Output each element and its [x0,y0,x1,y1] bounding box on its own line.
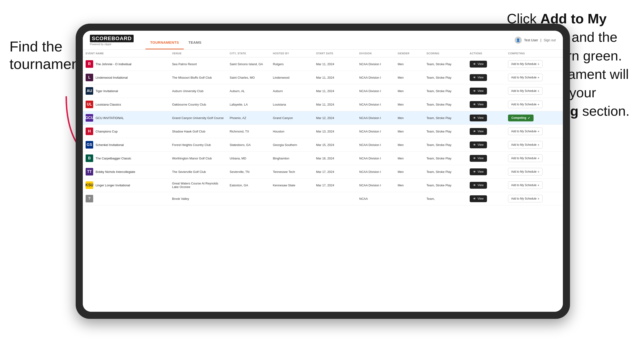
competing-cell: Add to My Schedule + [505,71,563,84]
scoring-cell: Team, Stroke Play [424,84,467,98]
view-button[interactable]: 👁 View [470,101,487,108]
hosted-cell: Kennesaw State [270,178,313,192]
nav-tab-teams[interactable]: TEAMS [184,40,206,49]
plus-icon: + [538,129,540,133]
eye-icon: 👁 [473,62,476,66]
view-button[interactable]: 👁 View [470,61,487,68]
view-button[interactable]: 👁 View [470,128,487,135]
division-cell: NCAA Division I [356,98,395,111]
view-button[interactable]: 👁 View [470,195,487,202]
view-label: View [478,143,484,147]
actions-cell: 👁 View [467,125,505,138]
actions-cell: 👁 View [467,138,505,152]
plus-icon: + [538,76,540,79]
team-logo: B [86,155,93,162]
competing-cell: Add to My Schedule + [505,57,563,71]
venue-cell: Brook Valley [169,192,227,205]
event-name-cell: ? [83,192,169,205]
tournaments-table-container: EVENT NAME VENUE CITY, STATE HOSTED BY S… [83,50,563,312]
venue-cell: Forest Heights Country Club [169,138,227,152]
add-to-schedule-button[interactable]: Add to My Schedule + [508,128,542,135]
main-nav: TOURNAMENTS TEAMS [146,31,206,49]
view-button[interactable]: 👁 View [470,182,487,189]
date-cell: Mar 11, 2024 [313,57,356,71]
venue-cell: Grand Canyon University Golf Course [169,111,227,125]
event-name: Bobby Nichols Intercollegiate [96,170,135,173]
add-to-schedule-button[interactable]: Add to My Schedule + [508,87,542,95]
plus-icon: + [538,62,540,66]
table-row: GCU GCU INVITATIONAL Grand Canyon Univer… [83,111,563,125]
team-logo: AU [86,87,93,95]
gender-cell: Men [395,152,424,165]
add-schedule-label: Add to My Schedule [511,197,536,200]
sign-out-link[interactable]: Sign out [544,38,556,42]
team-logo: R [86,60,93,68]
eye-icon: 👁 [473,103,476,106]
hosted-cell: Lindenwood [270,71,313,84]
add-schedule-label: Add to My Schedule [511,62,536,66]
event-name-cell: H Champions Cup [83,125,169,138]
view-label: View [478,130,484,133]
col-header-division: DIVISION [356,50,395,57]
gender-cell: Men [395,98,424,111]
venue-cell: Sea Palms Resort [169,57,227,71]
hosted-cell: Louisiana [270,98,313,111]
team-logo: TT [86,168,93,175]
view-button[interactable]: 👁 View [470,74,487,81]
view-button[interactable]: 👁 View [470,169,487,175]
nav-tab-tournaments[interactable]: TOURNAMENTS [146,40,184,49]
city-cell: Richmond, TX [227,125,270,138]
add-to-schedule-button[interactable]: Add to My Schedule + [508,195,542,202]
date-cell: Mar 11, 2024 [313,84,356,98]
city-cell: Eatonton, GA [227,178,270,192]
competing-button[interactable]: Competing ✓ [508,115,534,121]
add-to-schedule-button[interactable]: Add to My Schedule + [508,101,542,108]
view-button[interactable]: 👁 View [470,115,487,121]
venue-cell: Worthington Manor Golf Club [169,152,227,165]
scoring-cell: Team, [424,192,467,205]
col-header-actions: ACTIONS [467,50,505,57]
competing-cell: Add to My Schedule + [505,138,563,152]
tablet-frame: SCOREBOARD Powered by clippd TOURNAMENTS… [76,24,570,319]
add-to-schedule-button[interactable]: Add to My Schedule + [508,74,542,81]
city-cell: Phoenix, AZ [227,111,270,125]
gender-cell: Men [395,138,424,152]
gender-cell: Men [395,57,424,71]
event-name-cell: UL Louisiana Classics [83,98,169,111]
view-button[interactable]: 👁 View [470,142,487,148]
division-cell: NCAA Division I [356,111,395,125]
actions-cell: 👁 View [467,98,505,111]
hosted-cell: Tennessee Tech [270,165,313,178]
add-to-schedule-button[interactable]: Add to My Schedule + [508,181,542,189]
division-cell: NCAA [356,192,395,205]
competing-cell: Add to My Schedule + [505,98,563,111]
view-button[interactable]: 👁 View [470,88,487,94]
eye-icon: 👁 [473,183,476,187]
eye-icon: 👁 [473,157,476,160]
add-to-schedule-button[interactable]: Add to My Schedule + [508,60,542,68]
event-name-cell: R The Johnnie - O Individual [83,57,169,71]
table-row: KSU Linger Longer Invitational Great Wat… [83,178,563,192]
city-cell [227,192,270,205]
venue-cell: The Sevierville Golf Club [169,165,227,178]
logo-area: SCOREBOARD Powered by clippd [90,35,134,46]
date-cell: Mar 16, 2024 [313,152,356,165]
add-to-schedule-button[interactable]: Add to My Schedule + [508,155,542,162]
add-schedule-label: Add to My Schedule [511,170,536,173]
add-to-schedule-button[interactable]: Add to My Schedule + [508,141,542,149]
competing-cell: Add to My Schedule + [505,125,563,138]
view-button[interactable]: 👁 View [470,155,487,162]
eye-icon: 👁 [473,76,476,79]
check-icon: ✓ [528,116,530,120]
scoring-cell: Team, Stroke Play [424,138,467,152]
table-row: L Lindenwood Invitational The Missouri B… [83,71,563,84]
division-cell: NCAA Division I [356,84,395,98]
event-name: The Johnnie - O Individual [96,62,132,66]
add-to-schedule-button[interactable]: Add to My Schedule + [508,168,542,175]
date-cell: Mar 17, 2024 [313,165,356,178]
venue-cell: Shadow Hawk Golf Club [169,125,227,138]
competing-cell: Add to My Schedule + [505,84,563,98]
team-logo: GCU [86,114,93,122]
date-cell: Mar 12, 2024 [313,111,356,125]
eye-icon: 👁 [473,89,476,93]
